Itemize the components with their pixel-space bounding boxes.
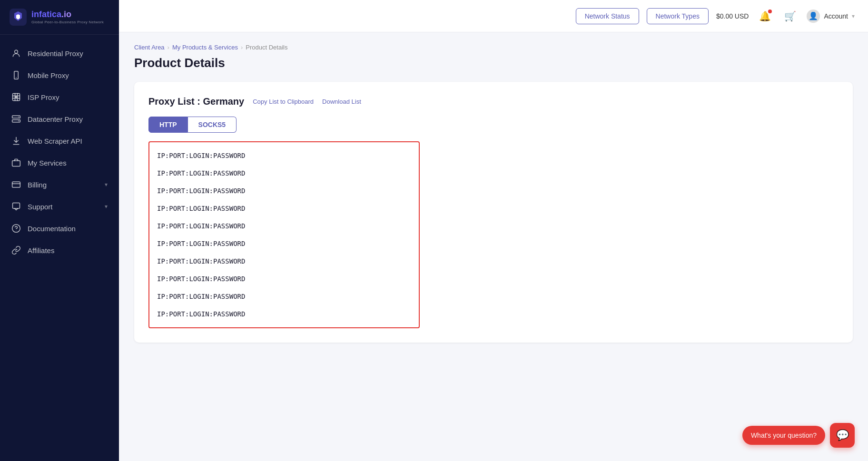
sidebar-label: Datacenter Proxy [28,115,83,123]
page-title: Product Details [134,56,853,70]
svg-point-1 [15,50,18,53]
sidebar-item-billing[interactable]: Billing ▾ [0,174,119,196]
server-icon [11,114,21,124]
sidebar-item-residential-proxy[interactable]: Residential Proxy [0,42,119,64]
notifications-button[interactable]: 🔔 [756,8,774,25]
breadcrumb: Client Area › My Products & Services › P… [134,44,853,51]
svg-rect-10 [12,182,20,187]
link-icon [11,245,21,255]
svg-rect-5 [12,116,20,118]
svg-point-12 [12,225,20,233]
chevron-down-icon: ▾ [105,203,108,210]
breadcrumb-my-products[interactable]: My Products & Services [172,44,238,51]
proxy-entry-5: IP:PORT:LOGIN:PASSWORD [157,235,411,253]
logo: infatica.io Global Peer-to-Business Prox… [0,0,119,35]
proxy-list-header: Proxy List : Germany Copy List to Clipbo… [148,96,838,107]
brand-name-part2: .io [61,10,71,19]
logo-text: infatica.io Global Peer-to-Business Prox… [31,10,104,24]
breadcrumb-sep-2: › [241,44,243,51]
cart-button[interactable]: 🛒 [781,8,799,25]
brand-name-part1: infatica [31,10,61,19]
brand-tagline: Global Peer-to-Business Proxy Network [31,20,104,25]
brand-name: infatica.io [31,10,104,20]
person-icon [11,49,21,58]
proxy-list-title: Proxy List : Germany [148,96,244,107]
account-button[interactable]: 👤 Account ▾ [807,10,855,23]
proxy-entry-2: IP:PORT:LOGIN:PASSWORD [157,182,411,200]
network-status-button[interactable]: Network Status [576,8,639,24]
sidebar-label: ISP Proxy [28,93,59,101]
svg-point-3 [16,77,17,78]
sidebar-label: Mobile Proxy [28,71,69,79]
svg-rect-6 [12,120,20,122]
proxy-entry-0: IP:PORT:LOGIN:PASSWORD [157,147,411,165]
breadcrumb-client-area[interactable]: Client Area [134,44,165,51]
breadcrumb-sep-1: › [168,44,169,51]
sidebar-item-web-scraper-api[interactable]: Web Scraper API [0,130,119,152]
svg-point-7 [18,117,19,118]
sidebar: infatica.io Global Peer-to-Business Prox… [0,0,119,461]
proxy-entry-6: IP:PORT:LOGIN:PASSWORD [157,253,411,270]
account-label: Account [824,12,848,20]
sidebar-label: Support [28,203,53,211]
svg-point-8 [18,120,19,121]
sidebar-item-affiliates[interactable]: Affiliates [0,239,119,261]
sidebar-label: My Services [28,159,67,167]
proxy-list-box: IP:PORT:LOGIN:PASSWORD IP:PORT:LOGIN:PAS… [148,141,420,328]
building-icon [11,92,21,102]
sidebar-item-documentation[interactable]: Documentation [0,217,119,239]
protocol-tabs: HTTP SOCKS5 [148,117,838,133]
help-icon [11,224,21,233]
download-icon [11,136,21,146]
chat-widget: What's your question? 💬 [742,423,855,448]
notification-dot [768,10,772,13]
proxy-entry-9: IP:PORT:LOGIN:PASSWORD [157,305,411,323]
network-types-button[interactable]: Network Types [647,8,709,24]
support-icon [11,202,21,211]
sidebar-item-mobile-proxy[interactable]: Mobile Proxy [0,64,119,86]
tab-http[interactable]: HTTP [148,117,188,133]
sidebar-item-my-services[interactable]: My Services [0,152,119,174]
tab-socks5[interactable]: SOCKS5 [188,117,237,133]
main-area: Network Status Network Types $0.00 USD 🔔… [119,0,868,461]
chat-open-button[interactable]: 💬 [830,423,855,448]
chat-icon: 💬 [836,429,849,441]
proxy-entry-8: IP:PORT:LOGIN:PASSWORD [157,288,411,305]
svg-point-13 [16,230,17,231]
proxy-entry-3: IP:PORT:LOGIN:PASSWORD [157,200,411,217]
logo-icon [10,9,27,26]
sidebar-label: Billing [28,181,47,189]
account-avatar: 👤 [807,10,820,23]
balance-display: $0.00 USD [716,12,749,20]
sidebar-item-support[interactable]: Support ▾ [0,196,119,217]
product-details-card: Proxy List : Germany Copy List to Clipbo… [134,82,853,343]
svg-rect-4 [13,94,20,101]
proxy-entry-1: IP:PORT:LOGIN:PASSWORD [157,165,411,182]
sidebar-item-datacenter-proxy[interactable]: Datacenter Proxy [0,108,119,130]
creditcard-icon [11,180,21,189]
account-chevron-icon: ▾ [852,13,855,20]
proxy-entry-7: IP:PORT:LOGIN:PASSWORD [157,270,411,288]
sidebar-item-isp-proxy[interactable]: ISP Proxy [0,86,119,108]
sidebar-label: Affiliates [28,246,54,255]
sidebar-nav: Residential Proxy Mobile Proxy ISP Proxy… [0,35,119,461]
copy-list-button[interactable]: Copy List to Clipboard [253,98,314,105]
mobile-icon [11,70,21,80]
main-content: Client Area › My Products & Services › P… [119,32,868,461]
briefcase-icon [11,158,21,167]
breadcrumb-product-details: Product Details [246,44,287,51]
proxy-entry-4: IP:PORT:LOGIN:PASSWORD [157,217,411,235]
header: Network Status Network Types $0.00 USD 🔔… [119,0,868,32]
chevron-down-icon: ▾ [105,181,108,188]
chat-bubble: What's your question? [742,426,825,445]
svg-rect-11 [13,203,20,209]
download-list-button[interactable]: Download List [322,98,361,105]
svg-rect-9 [12,161,20,167]
sidebar-label: Documentation [28,225,76,233]
sidebar-label: Residential Proxy [28,49,83,58]
sidebar-label: Web Scraper API [28,137,82,145]
